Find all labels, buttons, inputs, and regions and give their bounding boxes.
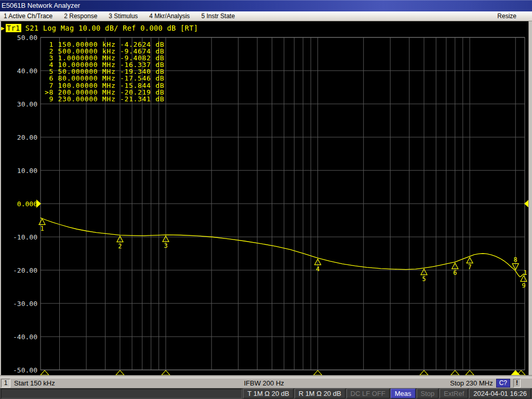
status-spacer [1, 389, 242, 398]
marker-4-number: 4 [316, 265, 320, 273]
y-axis-label: 20.00 [17, 134, 37, 141]
analyzer-screen: 50.0040.0030.0020.0010.000.000-10.00-20.… [0, 21, 532, 378]
trace-badge[interactable]: Tr1 [6, 24, 21, 32]
screen-left-frame [0, 21, 1, 378]
marker-1-number: 1 [40, 225, 44, 232]
menu-items: 1 Active Ch/Trace2 Response3 Stimulus4 M… [0, 12, 246, 20]
y-axis-label: -20.00 [13, 267, 37, 274]
status-segment-extref: ExtRef [440, 389, 468, 398]
menu-item-4[interactable]: 4 Mkr/Analysis [149, 12, 190, 20]
y-axis-label: -40.00 [13, 333, 37, 341]
start-frequency-label[interactable]: Start 150 kHz [14, 379, 55, 387]
menu-item-resize[interactable]: Resize [497, 12, 521, 20]
y-axis-label: 40.00 [17, 67, 37, 75]
status-segment-t-1m-20-db: T 1M Ω 20 dB [243, 389, 293, 398]
trace-format-text: S21 Log Mag 10.00 dB/ Ref 0.000 dB [RT] [25, 24, 198, 32]
marker-9-glyph [521, 276, 527, 282]
menu-item-2[interactable]: 2 Response [64, 12, 97, 20]
ifbw-label[interactable]: IFBW 200 Hz [244, 379, 284, 387]
marker-2-number: 2 [118, 243, 122, 250]
marker-4-stimulus-triangle [314, 370, 322, 375]
y-axis-label: -30.00 [13, 300, 37, 308]
y-axis-label: 0.000 [17, 200, 37, 208]
marker-table-row: 9 230.00000 MHz -21.341 dB [45, 96, 164, 102]
trace-status-line: ▶ Tr1 S21 Log Mag 10.00 dB/ Ref 0.000 dB… [1, 24, 198, 32]
marker-7-stimulus-triangle [466, 370, 474, 375]
marker-1-glyph [39, 219, 45, 224]
marker-table: 1 150.00000 kHz -4.2624 dB 2 500.00000 k… [45, 41, 164, 102]
marker-7-number: 7 [468, 263, 472, 271]
active-trace-pointer-icon: ▶ [1, 25, 5, 32]
marker-table-row: 6 80.000000 MHz -17.546 dB [45, 75, 164, 82]
stop-frequency-label[interactable]: Stop 230 MHz [450, 379, 493, 387]
y-axis-label: 30.00 [17, 100, 37, 108]
marker-5-number: 5 [422, 275, 425, 283]
status-segment-2024-04-01-16-26: 2024-04-01 16:26 [469, 389, 531, 398]
y-axis-label: -10.00 [13, 233, 37, 241]
marker-8-number: 8 [514, 256, 517, 263]
marker-9-number: 9 [522, 282, 525, 289]
menu-item-5[interactable]: 5 Instr State [201, 12, 235, 20]
menu-item-3[interactable]: 3 Stimulus [109, 12, 138, 20]
title-bar: E5061B Network Analyzer [0, 0, 532, 11]
y-axis-label: 50.00 [17, 34, 37, 42]
y-axis-label: 10.00 [17, 167, 37, 175]
status-segment-dc-lf-off: DC LF OFF [347, 389, 390, 398]
marker-table-row: 7 100.00000 MHz -15.844 dB [45, 82, 164, 89]
marker-1-stimulus-triangle [41, 370, 49, 375]
menu-bar: 1 Active Ch/Trace2 Response3 Stimulus4 M… [0, 11, 532, 21]
marker-2-stimulus-triangle [116, 370, 124, 375]
warning-badge: ! [513, 379, 521, 388]
y-axis-label: -50.00 [13, 366, 37, 374]
marker-6-number: 6 [453, 269, 457, 276]
marker-6-stimulus-triangle [451, 370, 459, 375]
marker-3-number: 3 [164, 242, 167, 249]
channel-status-bar: 1 Start 150 kHz IFBW 200 Hz Stop 230 MHz… [0, 378, 532, 388]
status-segment-meas: Meas [391, 389, 416, 398]
trace-end-glyph: 1 [523, 269, 527, 276]
marker-5-stimulus-triangle [420, 370, 428, 375]
marker-table-row: >8 200.00000 MHz -20.219 dB [45, 89, 164, 96]
marker-8-stimulus-triangle [511, 370, 520, 375]
status-bar: T 1M Ω 20 dBR 1M Ω 20 dBDC LF OFFMeasSto… [0, 388, 532, 399]
marker-3-stimulus-triangle [162, 370, 170, 375]
channel-number-box: 1 [1, 379, 10, 388]
window-title: E5061B Network Analyzer [2, 2, 80, 9]
status-segment-r-1m-20-db: R 1M Ω 20 dB [295, 389, 345, 398]
screen-right-frame [528, 21, 532, 378]
status-segment-stop: Stop [417, 389, 439, 398]
correction-badge: C? [496, 379, 510, 388]
menu-item-1[interactable]: 1 Active Ch/Trace [4, 12, 52, 20]
